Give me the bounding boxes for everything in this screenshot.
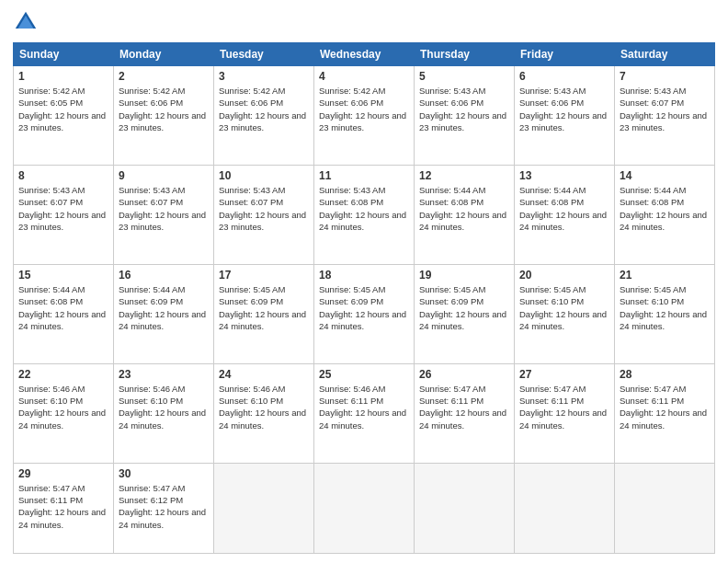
day-info: Sunrise: 5:47 AM Sunset: 6:12 PM Dayligh…: [119, 482, 209, 531]
day-info: Sunrise: 5:46 AM Sunset: 6:10 PM Dayligh…: [119, 383, 209, 431]
calendar-day-25: 25 Sunrise: 5:46 AM Sunset: 6:11 PM Dayl…: [314, 363, 415, 463]
calendar-day-13: 13 Sunrise: 5:44 AM Sunset: 6:08 PM Dayl…: [515, 165, 615, 264]
day-number: 22: [18, 368, 108, 381]
day-info: Sunrise: 5:46 AM Sunset: 6:10 PM Dayligh…: [219, 383, 309, 431]
day-info: Sunrise: 5:47 AM Sunset: 6:11 PM Dayligh…: [620, 383, 710, 431]
day-info: Sunrise: 5:47 AM Sunset: 6:11 PM Dayligh…: [519, 383, 609, 431]
calendar-day-27: 27 Sunrise: 5:47 AM Sunset: 6:11 PM Dayl…: [515, 363, 615, 463]
calendar-day-22: 22 Sunrise: 5:46 AM Sunset: 6:10 PM Dayl…: [14, 363, 114, 463]
day-number: 9: [119, 169, 209, 182]
empty-cell: [615, 463, 715, 553]
day-number: 20: [519, 269, 609, 282]
calendar-day-26: 26 Sunrise: 5:47 AM Sunset: 6:11 PM Dayl…: [415, 363, 515, 463]
weekday-header-monday: Monday: [114, 43, 214, 66]
calendar-day-6: 6 Sunrise: 5:43 AM Sunset: 6:06 PM Dayli…: [515, 66, 615, 166]
logo-icon: [13, 9, 39, 35]
calendar-day-12: 12 Sunrise: 5:44 AM Sunset: 6:08 PM Dayl…: [415, 165, 515, 264]
day-info: Sunrise: 5:45 AM Sunset: 6:09 PM Dayligh…: [219, 283, 309, 332]
empty-cell: [515, 463, 615, 553]
day-info: Sunrise: 5:45 AM Sunset: 6:09 PM Dayligh…: [319, 283, 409, 332]
day-info: Sunrise: 5:42 AM Sunset: 6:06 PM Dayligh…: [119, 85, 209, 133]
calendar-day-20: 20 Sunrise: 5:45 AM Sunset: 6:10 PM Dayl…: [515, 264, 615, 363]
day-number: 13: [519, 169, 609, 182]
calendar-day-30: 30 Sunrise: 5:47 AM Sunset: 6:12 PM Dayl…: [114, 463, 214, 553]
day-info: Sunrise: 5:43 AM Sunset: 6:06 PM Dayligh…: [419, 85, 509, 133]
day-info: Sunrise: 5:43 AM Sunset: 6:07 PM Dayligh…: [219, 184, 309, 233]
day-info: Sunrise: 5:43 AM Sunset: 6:06 PM Dayligh…: [519, 85, 609, 133]
page: SundayMondayTuesdayWednesdayThursdayFrid…: [0, 0, 728, 563]
empty-cell: [314, 463, 415, 553]
day-info: Sunrise: 5:43 AM Sunset: 6:08 PM Dayligh…: [319, 184, 409, 233]
calendar-day-23: 23 Sunrise: 5:46 AM Sunset: 6:10 PM Dayl…: [114, 363, 214, 463]
weekday-header-sunday: Sunday: [14, 43, 114, 66]
day-info: Sunrise: 5:42 AM Sunset: 6:06 PM Dayligh…: [219, 85, 309, 133]
day-number: 11: [319, 169, 409, 182]
day-number: 25: [319, 368, 409, 381]
weekday-header-thursday: Thursday: [415, 43, 515, 66]
day-info: Sunrise: 5:43 AM Sunset: 6:07 PM Dayligh…: [119, 184, 209, 233]
logo: [13, 9, 42, 35]
day-number: 18: [319, 269, 409, 282]
calendar-day-10: 10 Sunrise: 5:43 AM Sunset: 6:07 PM Dayl…: [214, 165, 314, 264]
calendar-day-29: 29 Sunrise: 5:47 AM Sunset: 6:11 PM Dayl…: [14, 463, 114, 553]
day-info: Sunrise: 5:44 AM Sunset: 6:08 PM Dayligh…: [419, 184, 509, 233]
calendar-day-24: 24 Sunrise: 5:46 AM Sunset: 6:10 PM Dayl…: [214, 363, 314, 463]
day-number: 28: [620, 368, 710, 381]
calendar-week-3: 15 Sunrise: 5:44 AM Sunset: 6:08 PM Dayl…: [14, 264, 715, 363]
day-number: 29: [18, 467, 108, 480]
day-number: 10: [219, 169, 309, 182]
day-number: 23: [119, 368, 209, 381]
day-info: Sunrise: 5:46 AM Sunset: 6:11 PM Dayligh…: [319, 383, 409, 431]
day-number: 14: [620, 169, 710, 182]
calendar-day-21: 21 Sunrise: 5:45 AM Sunset: 6:10 PM Dayl…: [615, 264, 715, 363]
day-number: 12: [419, 169, 509, 182]
day-info: Sunrise: 5:47 AM Sunset: 6:11 PM Dayligh…: [419, 383, 509, 431]
weekday-header-wednesday: Wednesday: [314, 43, 415, 66]
day-info: Sunrise: 5:44 AM Sunset: 6:08 PM Dayligh…: [620, 184, 710, 233]
calendar-day-5: 5 Sunrise: 5:43 AM Sunset: 6:06 PM Dayli…: [415, 66, 515, 166]
day-number: 5: [419, 70, 509, 83]
weekday-header-row: SundayMondayTuesdayWednesdayThursdayFrid…: [14, 43, 715, 66]
calendar-week-5: 29 Sunrise: 5:47 AM Sunset: 6:11 PM Dayl…: [14, 463, 715, 553]
day-number: 19: [419, 269, 509, 282]
header: [13, 9, 715, 35]
day-number: 8: [18, 169, 108, 182]
day-number: 1: [18, 70, 108, 83]
empty-cell: [214, 463, 314, 553]
day-info: Sunrise: 5:44 AM Sunset: 6:08 PM Dayligh…: [18, 283, 108, 332]
day-info: Sunrise: 5:45 AM Sunset: 6:10 PM Dayligh…: [620, 283, 710, 332]
day-number: 27: [519, 368, 609, 381]
day-number: 16: [119, 269, 209, 282]
day-info: Sunrise: 5:43 AM Sunset: 6:07 PM Dayligh…: [620, 85, 710, 133]
day-number: 17: [219, 269, 309, 282]
calendar-day-9: 9 Sunrise: 5:43 AM Sunset: 6:07 PM Dayli…: [114, 165, 214, 264]
calendar-day-17: 17 Sunrise: 5:45 AM Sunset: 6:09 PM Dayl…: [214, 264, 314, 363]
day-number: 21: [620, 269, 710, 282]
calendar-day-4: 4 Sunrise: 5:42 AM Sunset: 6:06 PM Dayli…: [314, 66, 415, 166]
day-info: Sunrise: 5:43 AM Sunset: 6:07 PM Dayligh…: [18, 184, 108, 233]
empty-cell: [415, 463, 515, 553]
calendar-day-15: 15 Sunrise: 5:44 AM Sunset: 6:08 PM Dayl…: [14, 264, 114, 363]
calendar-table: SundayMondayTuesdayWednesdayThursdayFrid…: [13, 42, 715, 554]
weekday-header-tuesday: Tuesday: [214, 43, 314, 66]
calendar-day-8: 8 Sunrise: 5:43 AM Sunset: 6:07 PM Dayli…: [14, 165, 114, 264]
day-number: 2: [119, 70, 209, 83]
calendar-day-16: 16 Sunrise: 5:44 AM Sunset: 6:09 PM Dayl…: [114, 264, 214, 363]
calendar-day-11: 11 Sunrise: 5:43 AM Sunset: 6:08 PM Dayl…: [314, 165, 415, 264]
calendar-day-19: 19 Sunrise: 5:45 AM Sunset: 6:09 PM Dayl…: [415, 264, 515, 363]
calendar-day-28: 28 Sunrise: 5:47 AM Sunset: 6:11 PM Dayl…: [615, 363, 715, 463]
calendar-day-2: 2 Sunrise: 5:42 AM Sunset: 6:06 PM Dayli…: [114, 66, 214, 166]
day-info: Sunrise: 5:44 AM Sunset: 6:08 PM Dayligh…: [519, 184, 609, 233]
day-info: Sunrise: 5:44 AM Sunset: 6:09 PM Dayligh…: [119, 283, 209, 332]
day-info: Sunrise: 5:47 AM Sunset: 6:11 PM Dayligh…: [18, 482, 108, 531]
calendar-day-1: 1 Sunrise: 5:42 AM Sunset: 6:05 PM Dayli…: [14, 66, 114, 166]
calendar-day-3: 3 Sunrise: 5:42 AM Sunset: 6:06 PM Dayli…: [214, 66, 314, 166]
calendar-week-1: 1 Sunrise: 5:42 AM Sunset: 6:05 PM Dayli…: [14, 66, 715, 166]
day-number: 15: [18, 269, 108, 282]
calendar-day-7: 7 Sunrise: 5:43 AM Sunset: 6:07 PM Dayli…: [615, 66, 715, 166]
day-number: 7: [620, 70, 710, 83]
day-number: 26: [419, 368, 509, 381]
day-info: Sunrise: 5:42 AM Sunset: 6:05 PM Dayligh…: [18, 85, 108, 133]
day-info: Sunrise: 5:42 AM Sunset: 6:06 PM Dayligh…: [319, 85, 409, 133]
day-number: 3: [219, 70, 309, 83]
